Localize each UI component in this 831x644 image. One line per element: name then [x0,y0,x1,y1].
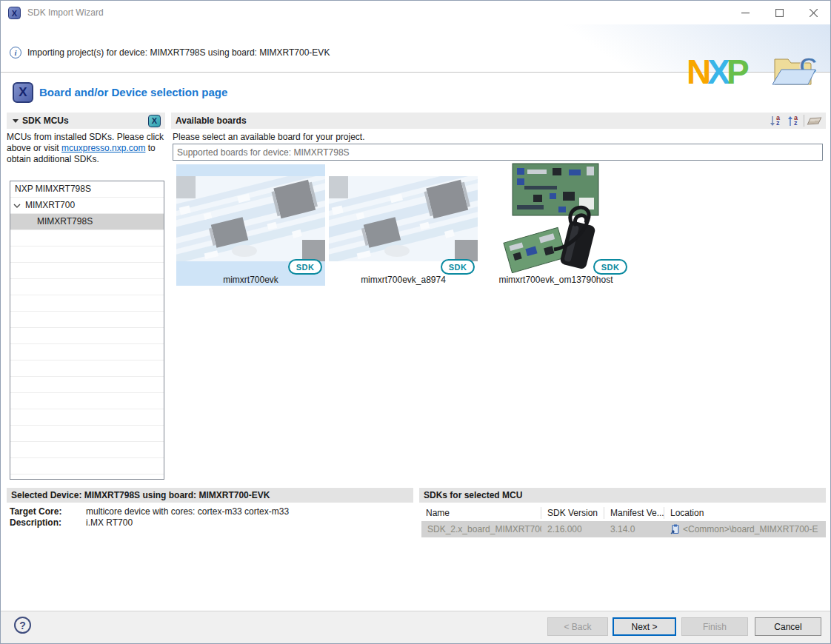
tree-empty-row [10,230,164,246]
c-project-folder-icon: C [771,50,824,94]
tree-item-label: MIMXRT798S [37,214,93,229]
sdks-table-header: Name SDK Version Manifest Ve... Location [421,505,826,521]
sort-down-arrow-icon [770,115,775,127]
tree-empty-row [10,426,164,442]
tree-empty-row [10,328,164,344]
board-name: mimxrt700evk_om13790host [481,275,630,285]
maximize-icon [775,9,784,17]
window-title: SDK Import Wizard [27,1,104,24]
tree-item-mimxrt798s[interactable]: MIMXRT798S [10,214,164,230]
sdk-badge: SDK [288,259,322,275]
board-photo-green-kit [481,162,630,273]
column-header-location[interactable]: Location [664,507,826,519]
tree-empty-row [10,442,164,458]
available-boards-title: Available boards [176,115,247,126]
description-label: Description: [10,517,86,528]
tree-item-label: MIMXRT700 [25,198,75,213]
board-name: mimxrt700evk_a8974 [329,275,478,285]
sdks-table: Name SDK Version Manifest Ve... Location… [421,505,826,537]
page-icon: X [13,82,33,103]
board-photo-blue-pcb [176,176,325,261]
board-filter-input[interactable] [173,144,823,161]
sort-up-arrow-icon [787,115,793,127]
tree-empty-row [10,246,164,263]
selected-device-header: Selected Device: MIMXRT798S using board:… [7,488,413,503]
target-core-label: Target Core: [10,506,86,517]
board-card-mimxrt700evk-om13790host[interactable]: SDK mimxrt700evk_om13790host [481,164,630,286]
info-icon: i [10,47,21,58]
question-icon: ? [19,620,26,631]
titlebar: X SDK Import Wizard [1,1,830,24]
column-header-manifest-version[interactable]: Manifest Ve... [604,507,664,519]
tree-empty-row [10,393,164,409]
sdk-name: SDK_2.x_board_MIMXRT700 [427,524,541,534]
board-name: mimxrt700evk [176,275,325,285]
description-value: i.MX RT700 [86,517,133,528]
next-button[interactable]: Next > [613,617,676,636]
tree-empty-row [10,458,164,474]
boards-instruction: Please select an available board for you… [173,132,364,142]
wizard-banner: i Importing project(s) for device: MIMXR… [1,24,830,73]
tree-empty-row [10,295,164,312]
banner-message: Importing project(s) for device: MIMXRT7… [27,47,330,58]
sdk-mcus-section-header[interactable]: SDK MCUs X [7,113,165,129]
toolbar-divider [804,115,804,127]
clipboard-location-icon [670,524,680,534]
sort-az-descending-button[interactable]: az [768,114,781,127]
collapse-triangle-icon [13,119,19,123]
maximize-button[interactable] [762,1,796,24]
sort-az-ascending-button[interactable]: az [786,114,799,127]
tree-item-label: NXP MIMXRT798S [15,181,91,197]
sdk-location: <Common>\board_MIMXRT700-E [683,524,818,534]
description-row: Description: i.MX RT700 [10,517,133,528]
sdk-version: 2.16.000 [541,521,604,537]
tree-item-mimxrt700[interactable]: MIMXRT700 [10,198,164,214]
button-bar: ? < Back Next > Finish Cancel [1,611,830,643]
tree-empty-row [10,263,164,279]
board-card-mimxrt700evk-a8974[interactable]: SDK mimxrt700evk_a8974 [329,164,478,286]
eraser-icon[interactable] [807,117,822,124]
close-button[interactable] [796,1,830,24]
tree-empty-row [10,312,164,328]
app-icon: X [8,7,21,19]
column-header-sdk-version[interactable]: SDK Version [541,507,604,519]
finish-button[interactable]: Finish [681,617,748,636]
tree-empty-row [10,409,164,426]
sdk-mcus-title: SDK MCUs [22,115,69,126]
help-button[interactable]: ? [14,617,31,634]
cancel-button[interactable]: Cancel [755,617,821,636]
nxp-logo: NXP [687,54,746,90]
page-title: Board and/or Device selection page [39,86,227,98]
back-button[interactable]: < Back [547,617,608,636]
available-boards-section-header: Available boards az az [171,113,826,129]
tree-empty-row [10,279,164,295]
column-header-name[interactable]: Name [421,507,541,519]
minimize-button[interactable] [728,1,762,24]
sdk-badge: SDK [593,259,627,275]
target-core-value: multicore device with cores: cortex-m33 … [86,506,289,517]
target-core-row: Target Core: multicore device with cores… [10,506,289,517]
tree-item-nxp-mimxrt798s[interactable]: NXP MIMXRT798S [10,181,164,198]
chevron-down-icon [13,204,21,208]
sdks-for-mcu-header: SDKs for selected MCU [419,488,826,503]
tree-empty-row [10,377,164,393]
board-photo-blue-pcb [329,176,478,261]
minimize-icon [741,9,750,17]
mcu-tree: NXP MIMXRT798S MIMXRT700 MIMXRT798S [10,181,164,480]
sdk-mcus-description: MCUs from installed SDKs. Please click a… [7,132,169,165]
tree-empty-row [10,344,164,360]
manifest-version: 3.14.0 [604,521,664,537]
mcuxpresso-teal-icon: X [148,115,161,127]
sdk-row[interactable]: SDK_2.x_board_MIMXRT700 2.16.000 3.14.0 … [421,521,826,537]
sdk-import-wizard-dialog: X SDK Import Wizard i Importing project(… [0,0,831,644]
sdk-badge: SDK [441,259,475,275]
board-card-mimxrt700evk[interactable]: SDK mimxrt700evk [176,164,325,286]
mcuxpresso-link[interactable]: mcuxpresso.nxp.com [61,143,145,153]
tree-empty-row [10,360,164,377]
close-icon [810,9,818,17]
